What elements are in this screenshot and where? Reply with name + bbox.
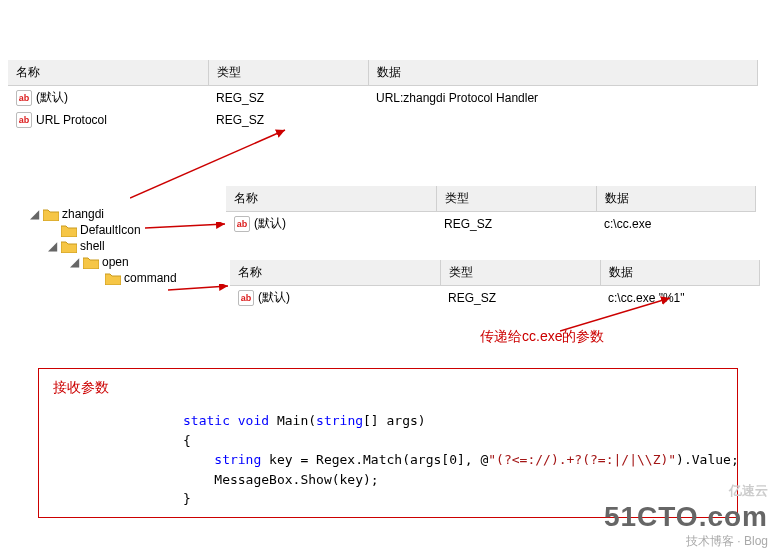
tree-item-command[interactable]: command — [8, 270, 224, 286]
watermark-brand: 亿速云 — [729, 482, 768, 500]
col-data[interactable]: 数据 — [368, 60, 758, 86]
col-type[interactable]: 类型 — [208, 60, 368, 86]
annotation-text: 传递给cc.exe的参数 — [480, 328, 604, 346]
string-value-icon: ab — [16, 90, 32, 106]
folder-icon — [105, 272, 121, 285]
col-type[interactable]: 类型 — [436, 186, 596, 212]
value-data: c:\cc.exe — [596, 212, 756, 236]
folder-icon — [61, 240, 77, 253]
value-row[interactable]: abURL Protocol REG_SZ — [8, 109, 758, 131]
value-type: REG_SZ — [208, 86, 368, 110]
string-value-icon: ab — [16, 112, 32, 128]
value-data: c:\cc.exe "%1" — [600, 286, 760, 310]
string-value-icon: ab — [234, 216, 250, 232]
value-row[interactable]: ab(默认) REG_SZ URL:zhangdi Protocol Handl… — [8, 86, 758, 110]
value-type: REG_SZ — [440, 286, 600, 310]
expander-icon[interactable]: ◢ — [30, 207, 40, 221]
folder-icon — [83, 256, 99, 269]
watermark-main: 51CTO.com — [604, 501, 768, 533]
string-value-icon: ab — [238, 290, 254, 306]
col-data[interactable]: 数据 — [600, 260, 760, 286]
code-box-title: 接收参数 — [53, 379, 723, 397]
col-data[interactable]: 数据 — [596, 186, 756, 212]
value-type: REG_SZ — [436, 212, 596, 236]
tree-item-open[interactable]: ◢open — [8, 254, 224, 270]
annotation-arrow — [168, 286, 228, 290]
value-name: (默认) — [36, 89, 68, 106]
registry-values-top: 名称 类型 数据 ab(默认) REG_SZ URL:zhangdi Proto… — [8, 60, 758, 131]
value-data: URL:zhangdi Protocol Handler — [368, 86, 758, 110]
col-name[interactable]: 名称 — [8, 60, 208, 86]
expander-icon[interactable]: ◢ — [48, 239, 58, 253]
registry-values-defaulticon: 名称 类型 数据 ab(默认) REG_SZ c:\cc.exe — [226, 186, 756, 235]
col-type[interactable]: 类型 — [440, 260, 600, 286]
tree-label: DefaultIcon — [80, 223, 141, 237]
watermark: 51CTO.com 技术博客 · Blog — [604, 501, 768, 550]
registry-values-command: 名称 类型 数据 ab(默认) REG_SZ c:\cc.exe "%1" — [230, 260, 760, 309]
value-name: URL Protocol — [36, 113, 107, 127]
tree-item-zhangdi[interactable]: ◢zhangdi — [8, 206, 224, 222]
value-name: (默认) — [258, 289, 290, 306]
col-name[interactable]: 名称 — [230, 260, 440, 286]
watermark-sub: 技术博客 · Blog — [604, 533, 768, 550]
folder-icon — [43, 208, 59, 221]
tree-label: command — [124, 271, 177, 285]
tree-item-shell[interactable]: ◢shell — [8, 238, 224, 254]
tree-label: zhangdi — [62, 207, 104, 221]
value-row[interactable]: ab(默认) REG_SZ c:\cc.exe — [226, 212, 756, 236]
tree-label: shell — [80, 239, 105, 253]
registry-tree: ◢zhangdi DefaultIcon ◢shell ◢open comman… — [8, 206, 224, 286]
expander-icon[interactable]: ◢ — [70, 255, 80, 269]
code-snippet: static void Main(string[] args) { string… — [183, 411, 723, 509]
value-row[interactable]: ab(默认) REG_SZ c:\cc.exe "%1" — [230, 286, 760, 310]
tree-item-defaulticon[interactable]: DefaultIcon — [8, 222, 224, 238]
code-box: 接收参数 static void Main(string[] args) { s… — [38, 368, 738, 518]
value-data — [368, 109, 758, 131]
value-type: REG_SZ — [208, 109, 368, 131]
value-name: (默认) — [254, 215, 286, 232]
col-name[interactable]: 名称 — [226, 186, 436, 212]
folder-icon — [61, 224, 77, 237]
tree-label: open — [102, 255, 129, 269]
